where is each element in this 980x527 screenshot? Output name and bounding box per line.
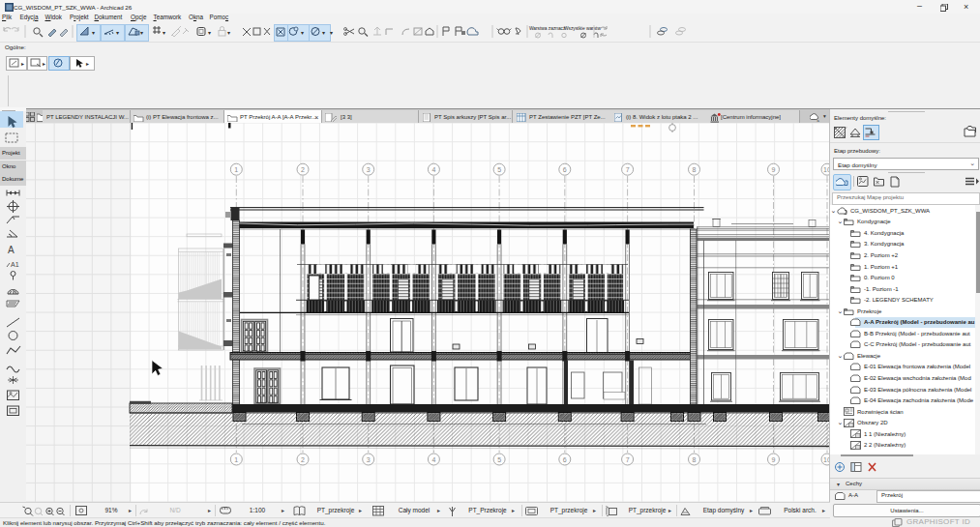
svg-text:A: A [8,245,15,255]
svg-text:4: 4 [431,166,435,173]
svg-text:Warstwa zaznacz: Warstwa zaznacz [529,26,566,31]
svg-text:5: 5 [497,166,501,173]
svg-text:▸: ▸ [86,61,89,67]
svg-text:7: 7 [626,456,630,463]
svg-text:7: 7 [626,166,630,173]
svg-text:▸: ▸ [43,61,45,67]
svg-text:8: 8 [693,166,697,173]
svg-text:3: 3 [367,456,371,463]
svg-text:A1: A1 [11,261,19,268]
svg-text:▾: ▾ [227,30,230,36]
svg-text:2: 2 [301,456,305,463]
svg-text:9: 9 [772,166,776,173]
svg-text:6: 6 [563,456,567,463]
svg-text:4: 4 [431,456,435,463]
svg-text:1: 1 [234,456,238,463]
svg-text:▾: ▾ [116,30,119,36]
svg-text:▾: ▾ [163,30,165,36]
svg-text:9: 9 [772,456,776,463]
svg-text:6: 6 [563,166,567,173]
svg-text:▾: ▾ [330,30,333,36]
svg-text:▾: ▾ [322,30,325,36]
svg-text:8: 8 [693,456,697,463]
svg-text:5: 5 [497,456,501,463]
svg-text:3: 3 [367,166,371,173]
svg-text:▾: ▾ [301,30,304,36]
svg-text:1: 1 [234,166,238,173]
svg-text:▾: ▾ [140,30,143,36]
svg-text:2: 2 [301,166,305,173]
svg-text:a: a [817,118,820,123]
svg-text:Wszystkie warstw: Wszystkie warstw [564,26,601,31]
svg-text:▾: ▾ [92,30,95,36]
svg-text:▸: ▸ [21,61,24,67]
svg-text:▾: ▾ [208,30,211,36]
